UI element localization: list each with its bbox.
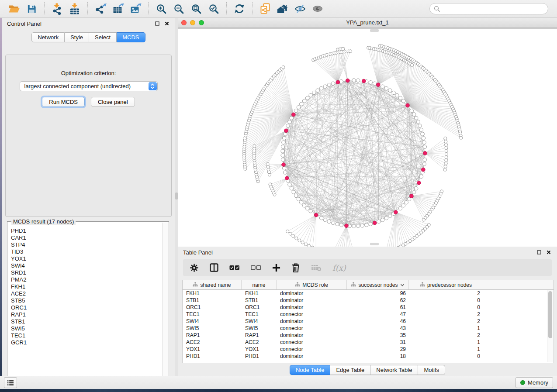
maximize-window-button[interactable] — [199, 20, 204, 25]
cell-predecessor[interactable]: 2 — [409, 290, 483, 296]
cell-shared-name[interactable]: SWI5 — [183, 325, 242, 331]
cell-predecessor[interactable]: 1 — [409, 339, 483, 345]
tab-style[interactable]: Style — [65, 32, 89, 42]
float-panel-button[interactable] — [154, 21, 160, 27]
mcds-result-item[interactable]: ACE2 — [9, 290, 162, 297]
tab-network[interactable]: Network — [31, 32, 65, 42]
cell-mcds-role[interactable]: dominator — [277, 353, 347, 359]
cell-predecessor[interactable]: 1 — [409, 325, 483, 331]
mcds-result-item[interactable]: SWI4 — [9, 262, 162, 269]
mcds-result-item[interactable]: CAR1 — [9, 234, 162, 241]
cell-name[interactable]: SWI5 — [242, 325, 277, 331]
close-table-panel-button[interactable] — [546, 249, 552, 255]
column-header-name[interactable]: name — [242, 280, 277, 289]
network-canvas[interactable] — [178, 28, 557, 247]
mcds-result-item[interactable]: SRD1 — [9, 269, 162, 276]
cell-predecessor[interactable]: 0 — [409, 353, 483, 359]
column-view-button[interactable] — [210, 263, 218, 272]
cell-mcds-role[interactable]: connector — [277, 346, 347, 352]
cell-mcds-role[interactable]: dominator — [277, 290, 347, 296]
export-table-button[interactable] — [111, 1, 125, 16]
cell-name[interactable]: FKH1 — [242, 290, 277, 296]
zoom-selected-button[interactable] — [207, 1, 221, 16]
column-header-mcds-role[interactable]: MCDS role — [277, 280, 347, 289]
cell-successor[interactable]: 47 — [347, 311, 409, 317]
save-session-button[interactable] — [24, 1, 38, 16]
tab-select[interactable]: Select — [89, 32, 117, 42]
zoom-out-button[interactable] — [172, 1, 186, 16]
table-row[interactable]: ACE2ACE2connector311 — [183, 339, 554, 346]
close-panel-button-2[interactable]: Close panel — [91, 97, 135, 107]
delete-column-button[interactable] — [291, 263, 300, 272]
cell-name[interactable]: RAP1 — [242, 332, 277, 338]
mcds-result-item[interactable]: STP4 — [9, 241, 162, 248]
table-row[interactable]: SWI5SWI5connector431 — [183, 325, 554, 332]
cell-successor[interactable]: 96 — [347, 290, 409, 296]
search-field[interactable] — [429, 3, 548, 14]
tab-mcds[interactable]: MCDS — [117, 32, 145, 42]
mcds-result-item[interactable]: RAP1 — [9, 311, 162, 318]
cell-successor[interactable]: 31 — [347, 339, 409, 345]
cell-shared-name[interactable]: PHD1 — [183, 353, 242, 359]
cell-predecessor[interactable]: 1 — [409, 346, 483, 352]
mcds-result-item[interactable]: FKH1 — [9, 283, 162, 290]
refresh-layout-button[interactable] — [232, 1, 246, 16]
table-tab-motifs[interactable]: Motifs — [418, 365, 445, 375]
cell-shared-name[interactable]: ORC1 — [183, 304, 242, 310]
zoom-in-button[interactable] — [154, 1, 168, 16]
cell-shared-name[interactable]: RAP1 — [183, 332, 242, 338]
mcds-result-item[interactable]: TEC1 — [9, 332, 162, 339]
select-all-rows-button[interactable] — [229, 265, 240, 270]
table-row[interactable]: STB1STB1dominator620 — [183, 297, 554, 304]
cell-shared-name[interactable]: YOX1 — [183, 346, 242, 352]
import-network-button[interactable] — [50, 1, 64, 16]
cell-name[interactable]: ACE2 — [242, 339, 277, 345]
add-column-button[interactable] — [272, 264, 280, 272]
cell-successor[interactable]: 18 — [347, 353, 409, 359]
column-header-predecessor-nodes[interactable]: predecessor nodes — [409, 280, 483, 289]
mcds-result-item[interactable]: TID3 — [9, 248, 162, 255]
column-header-successor-nodes[interactable]: successor nodes — [347, 280, 409, 289]
run-mcds-button[interactable]: Run MCDS — [42, 97, 85, 107]
cell-successor[interactable]: 29 — [347, 346, 409, 352]
close-panel-button[interactable] — [164, 21, 170, 27]
export-image-button[interactable] — [128, 1, 142, 16]
table-row[interactable]: FKH1FKH1dominator962 — [183, 290, 554, 297]
table-row[interactable]: SWI4SWI4dominator462 — [183, 318, 554, 325]
canvas-splitter-grip-bottom[interactable] — [370, 243, 379, 245]
cell-mcds-role[interactable]: connector — [277, 311, 347, 317]
zoom-fit-button[interactable] — [189, 1, 203, 16]
mcds-result-item[interactable]: GCR1 — [9, 339, 162, 346]
cell-predecessor[interactable]: 0 — [409, 304, 483, 310]
mcds-result-item[interactable]: STB1 — [9, 318, 162, 325]
cell-shared-name[interactable]: STB1 — [183, 297, 242, 303]
minimize-window-button[interactable] — [190, 20, 195, 25]
mcds-result-list[interactable]: PHD1CAR1STP4TID3YOX1SWI4SRD1PMA2FKH1ACE2… — [9, 227, 162, 382]
cell-name[interactable]: SWI4 — [242, 318, 277, 324]
cell-name[interactable]: TEC1 — [242, 311, 277, 317]
network-window-titlebar[interactable]: YPA_prune.txt_1 — [178, 18, 557, 28]
welcome-screen-button[interactable] — [276, 1, 290, 16]
node-table[interactable]: shared namenameMCDS rolesuccessor nodesp… — [182, 280, 554, 363]
cell-successor[interactable]: 62 — [347, 297, 409, 303]
table-row[interactable]: RAP1RAP1dominator352 — [183, 332, 554, 339]
task-history-button[interactable] — [4, 377, 17, 388]
column-header-shared-name[interactable]: shared name — [183, 280, 242, 289]
import-table-button[interactable] — [68, 1, 82, 16]
network-graph[interactable] — [178, 28, 557, 247]
table-tab-network-table[interactable]: Network Table — [370, 365, 418, 375]
deselect-all-rows-button[interactable] — [251, 265, 261, 270]
table-scrollbar[interactable] — [547, 290, 553, 362]
cell-successor[interactable]: 35 — [347, 332, 409, 338]
cell-predecessor[interactable]: 2 — [409, 311, 483, 317]
canvas-splitter-grip-top[interactable] — [370, 29, 379, 32]
cell-predecessor[interactable]: 0 — [409, 297, 483, 303]
cell-mcds-role[interactable]: dominator — [277, 304, 347, 310]
table-tab-edge-table[interactable]: Edge Table — [330, 365, 370, 375]
table-row[interactable]: YOX1YOX1connector291 — [183, 346, 554, 353]
cell-mcds-role[interactable]: dominator — [277, 332, 347, 338]
criterion-select[interactable]: largest connected component (undirected) — [20, 81, 158, 91]
table-tab-node-table[interactable]: Node Table — [290, 365, 331, 375]
mcds-result-item[interactable]: SWI5 — [9, 325, 162, 332]
export-network-button[interactable] — [93, 1, 107, 16]
